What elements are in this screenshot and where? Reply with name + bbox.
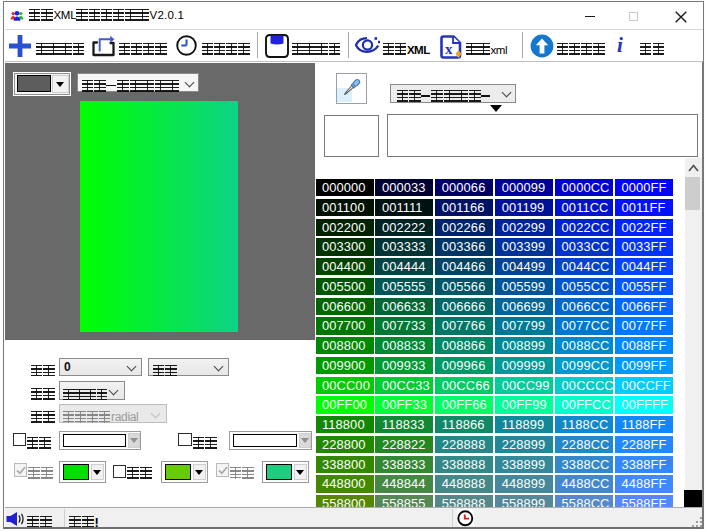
svg-text:x: x	[445, 40, 453, 56]
